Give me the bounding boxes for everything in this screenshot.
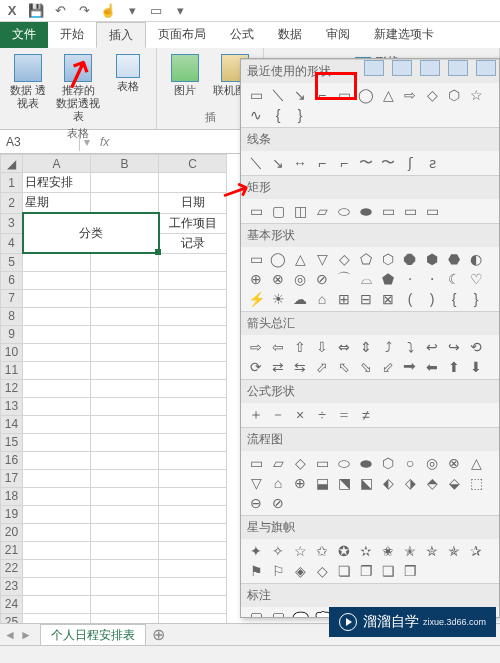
shape-a22[interactable]: ⬇ <box>467 359 485 375</box>
shape-a7[interactable]: ⤴ <box>379 339 397 355</box>
row-header[interactable]: 9 <box>1 325 23 343</box>
cell[interactable] <box>159 343 227 361</box>
cell[interactable] <box>91 595 159 613</box>
row-header[interactable]: 5 <box>1 253 23 271</box>
shape-rbrace[interactable]: } <box>291 107 309 123</box>
row-header[interactable]: 7 <box>1 289 23 307</box>
shape-f8[interactable]: ○ <box>401 455 419 471</box>
shape-a2[interactable]: ⇦ <box>269 339 287 355</box>
shape-a14[interactable]: ⇆ <box>291 359 309 375</box>
shape-s15[interactable]: ◇ <box>313 563 331 579</box>
shape-a3[interactable]: ⇧ <box>291 339 309 355</box>
shape-f17[interactable]: ⬕ <box>357 475 375 491</box>
cell[interactable] <box>91 469 159 487</box>
cell[interactable] <box>23 433 91 451</box>
shape-a17[interactable]: ⬂ <box>357 359 375 375</box>
row-header[interactable]: 14 <box>1 415 23 433</box>
shape-b18[interactable]: ⬟ <box>379 271 397 287</box>
cell[interactable] <box>23 559 91 577</box>
new-sheet-button[interactable]: ⊕ <box>152 625 165 644</box>
row-header[interactable]: 1 <box>1 173 23 193</box>
shape-r3[interactable]: ◫ <box>291 203 309 219</box>
shape-r1[interactable]: ▭ <box>247 203 265 219</box>
shape-b24[interactable]: ☀ <box>269 291 287 307</box>
row-header[interactable]: 15 <box>1 433 23 451</box>
chart-icon-5[interactable] <box>476 60 496 76</box>
shape-b27[interactable]: ⊞ <box>335 291 353 307</box>
shape-c2[interactable]: 🗩 <box>269 611 287 618</box>
shape-b14[interactable]: ◎ <box>291 271 309 287</box>
fx-icon[interactable]: fx <box>94 135 115 149</box>
tab-review[interactable]: 审阅 <box>314 22 362 48</box>
tab-pagelayout[interactable]: 页面布局 <box>146 22 218 48</box>
shape-b30[interactable]: ( <box>401 291 419 307</box>
row-header[interactable]: 18 <box>1 487 23 505</box>
cell[interactable] <box>159 173 227 193</box>
shape-lbrace[interactable]: { <box>269 107 287 123</box>
shape-f18[interactable]: ⬖ <box>379 475 397 491</box>
shape-elbow[interactable]: ⌐ <box>313 155 331 171</box>
cell[interactable] <box>23 451 91 469</box>
shape-b4[interactable]: ▽ <box>313 251 331 267</box>
cell[interactable] <box>23 271 91 289</box>
docprops-icon[interactable]: ▭ <box>148 3 164 19</box>
shape-a8[interactable]: ⤵ <box>401 339 419 355</box>
cell[interactable] <box>23 253 91 271</box>
shape-f23[interactable]: ⊖ <box>247 495 265 511</box>
shape-b33[interactable]: } <box>467 291 485 307</box>
shape-curve2[interactable]: 〜 <box>379 155 397 171</box>
shape-f24[interactable]: ⊘ <box>269 495 287 511</box>
shape-s2[interactable]: ✧ <box>269 543 287 559</box>
shape-f11[interactable]: △ <box>467 455 485 471</box>
cell[interactable] <box>159 415 227 433</box>
shape-b22[interactable]: ♡ <box>467 271 485 287</box>
row-header[interactable]: 23 <box>1 577 23 595</box>
col-header-C[interactable]: C <box>159 155 227 173</box>
cell[interactable] <box>159 559 227 577</box>
cell[interactable] <box>159 397 227 415</box>
cell[interactable] <box>23 577 91 595</box>
shape-f7[interactable]: ⬡ <box>379 455 397 471</box>
shape-line1[interactable]: ＼ <box>247 155 265 171</box>
cell[interactable] <box>159 469 227 487</box>
shape-rect[interactable]: ▭ <box>335 87 353 103</box>
shape-s12[interactable]: ⚑ <box>247 563 265 579</box>
shape-b15[interactable]: ⊘ <box>313 271 331 287</box>
cell[interactable] <box>159 361 227 379</box>
shape-s4[interactable]: ✩ <box>313 543 331 559</box>
shape-s14[interactable]: ◈ <box>291 563 309 579</box>
shape-b17[interactable]: ⌓ <box>357 271 375 287</box>
row-header[interactable]: 8 <box>1 307 23 325</box>
tab-home[interactable]: 开始 <box>48 22 96 48</box>
shape-a20[interactable]: ⬅ <box>423 359 441 375</box>
row-header[interactable]: 2 <box>1 193 23 214</box>
cell[interactable] <box>91 505 159 523</box>
shape-r5[interactable]: ⬭ <box>335 203 353 219</box>
shape-c3[interactable]: 💬 <box>291 611 309 618</box>
shape-s13[interactable]: ⚐ <box>269 563 287 579</box>
sheet-tab-active[interactable]: 个人日程安排表 <box>40 624 146 646</box>
shape-line[interactable]: ＼ <box>269 87 287 103</box>
shape-s19[interactable]: ❒ <box>401 563 419 579</box>
selected-merged-cell[interactable]: 分类 <box>23 213 159 253</box>
cell[interactable] <box>23 361 91 379</box>
row-header[interactable]: 4 <box>1 233 23 253</box>
shape-b28[interactable]: ⊟ <box>357 291 375 307</box>
cell[interactable] <box>23 469 91 487</box>
shape-r7[interactable]: ▭ <box>379 203 397 219</box>
row-header[interactable]: 20 <box>1 523 23 541</box>
row-header[interactable]: 22 <box>1 559 23 577</box>
cell[interactable] <box>23 595 91 613</box>
cell[interactable] <box>91 173 159 193</box>
shape-b25[interactable]: ☁ <box>291 291 309 307</box>
cell[interactable] <box>91 271 159 289</box>
cell[interactable] <box>91 325 159 343</box>
shape-div[interactable]: ÷ <box>313 407 331 423</box>
shape-a11[interactable]: ⟲ <box>467 339 485 355</box>
shape-line2[interactable]: ↘ <box>269 155 287 171</box>
cell[interactable] <box>91 379 159 397</box>
shape-s16[interactable]: ❏ <box>335 563 353 579</box>
name-box[interactable]: A3 <box>0 133 80 151</box>
shape-eq[interactable]: ＝ <box>335 407 353 423</box>
shape-b12[interactable]: ⊕ <box>247 271 265 287</box>
